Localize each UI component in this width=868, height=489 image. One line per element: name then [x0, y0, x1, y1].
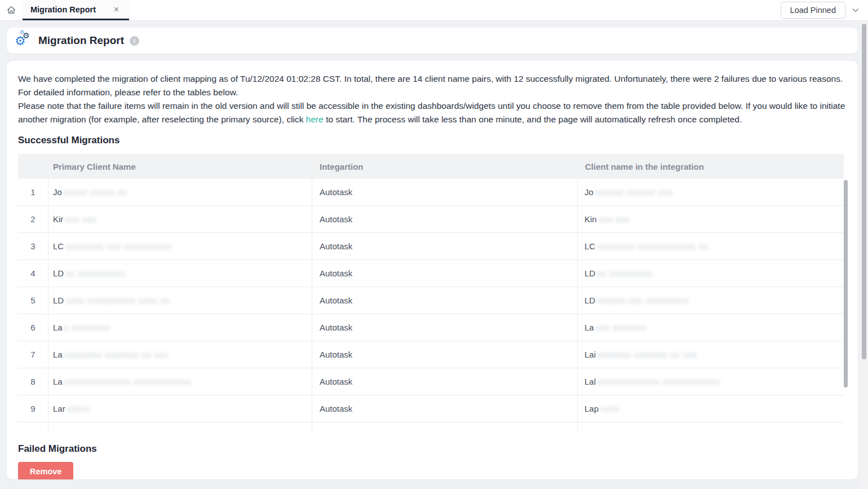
- intro-line-2: For detailed information, please refer t…: [18, 86, 845, 99]
- chevron-down-icon[interactable]: [851, 6, 860, 15]
- table-row: 5 LDxxxx xxxxxxxxxx xxxx xx Autotask LDx…: [18, 287, 844, 314]
- redacted-text: xxxxxxxx xxxxxxxxxxxx xx: [597, 241, 708, 251]
- redacted-text: xxxx: [600, 404, 619, 413]
- table-row: 7 Laxxxxxxxx xxxxxxx xx xxx Autotask Lai…: [18, 341, 844, 368]
- page-scrollbar-track[interactable]: [860, 21, 868, 489]
- redacted-text: xxxxxx xxx xxxxxxxxx: [597, 296, 689, 305]
- remove-button[interactable]: Remove: [18, 462, 73, 479]
- top-bar: Migration Report × Load Pinned: [0, 0, 868, 21]
- failed-migrations-title: Failed Migrations: [18, 443, 847, 455]
- intro-line-3: Please note that the failure items will …: [18, 99, 845, 126]
- redacted-text: xx xxxxxxxxxx: [65, 268, 126, 278]
- tab-label: Migration Report: [30, 5, 107, 14]
- redacted-text: xxxx xxxxxxxxxx xxxx xx: [65, 296, 170, 305]
- redacted-text: xxxxxx xxxxxx xxx: [595, 187, 673, 197]
- page-body: ⚙ ⚙ ⚙ Migration Report i We have complet…: [0, 21, 868, 479]
- intro-line-1: We have completed the migration of clien…: [18, 72, 845, 86]
- page-title: Migration Report: [38, 34, 124, 47]
- page-scrollbar-thumb[interactable]: [862, 24, 866, 359]
- table-header-row: Primary Client Name Integartion Client n…: [18, 154, 844, 179]
- here-link[interactable]: here: [306, 114, 324, 124]
- redacted-text: x xxxxxxxx: [64, 323, 110, 332]
- close-icon[interactable]: ×: [112, 4, 121, 15]
- table-row-partial: [18, 422, 844, 433]
- report-header-card: ⚙ ⚙ ⚙ Migration Report i: [7, 28, 858, 54]
- table-row: 3 LCxxxxxxxx xxx xxxxxxxxxx Autotask LCx…: [18, 233, 844, 260]
- gears-icon: ⚙ ⚙ ⚙: [15, 31, 34, 50]
- column-header-primary-client-name: Primary Client Name: [48, 162, 312, 171]
- home-button[interactable]: [0, 0, 23, 20]
- table-vertical-scrollbar[interactable]: [844, 180, 848, 387]
- table-row: 2 Kirxxx xxx Autotask Kinxxx xxx: [18, 206, 844, 233]
- column-header-client-name-in-integration: Client name in the integration: [578, 162, 844, 171]
- redacted-text: xx xxxxxxxxx: [597, 268, 653, 278]
- redacted-text: xxxxxxx xxxxxxx xx xxx: [597, 350, 697, 359]
- column-header-integration: Integartion: [312, 162, 578, 171]
- redacted-text: xxx xxxxxxx: [596, 323, 646, 332]
- redacted-text: xxxxxxxx xxxxxxx xx xxx: [64, 350, 169, 359]
- table-row: 8 Laxxxxxxxxxxxxxx xxxxxxxxxxxx Autotask…: [18, 368, 844, 395]
- redacted-text: xxx xxx: [599, 214, 630, 224]
- successful-migrations-table: Primary Client Name Integartion Client n…: [18, 154, 844, 433]
- load-pinned-button[interactable]: Load Pinned: [781, 2, 845, 19]
- tab-migration-report[interactable]: Migration Report ×: [23, 0, 129, 20]
- successful-migrations-title: Successful Migrations: [18, 135, 847, 146]
- redacted-text: xxxxxxxxxxxxx xxxxxxxxxxxx: [597, 377, 720, 386]
- redacted-text: xxxxxxxx xxx xxxxxxxxxx: [65, 241, 172, 251]
- home-icon: [6, 5, 16, 15]
- redacted-text: xxxxxxxxxxxxxx xxxxxxxxxxxx: [64, 377, 192, 386]
- redacted-text: xxxxx: [67, 404, 91, 413]
- table-row: 4 LDxx xxxxxxxxxx Autotask LDxx xxxxxxxx…: [18, 260, 844, 287]
- table-row: 9 Larxxxxx Autotask Lapxxxx: [18, 395, 844, 422]
- info-icon[interactable]: i: [130, 36, 139, 46]
- redacted-text: xxxxx xxxxx xx: [64, 187, 127, 197]
- redacted-text: xxx xxx: [65, 214, 96, 224]
- table-row: 6 Lax xxxxxxxx Autotask Laxxx xxxxxxx: [18, 314, 844, 341]
- report-content-card: We have completed the migration of clien…: [7, 61, 858, 479]
- intro-text: We have completed the migration of clien…: [18, 72, 845, 126]
- table-row: 1 Joxxxxx xxxxx xx Autotask Joxxxxxx xxx…: [18, 179, 844, 206]
